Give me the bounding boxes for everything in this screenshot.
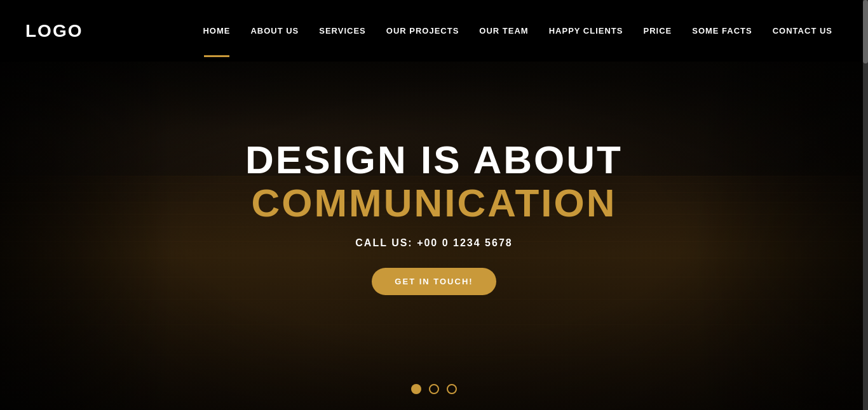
hero-section: DESIGN IS ABOUT COMMUNICATION CALL US: +… bbox=[0, 62, 868, 410]
hero-cta-button[interactable]: GET IN TOUCH! bbox=[372, 268, 496, 295]
slider-dot-2[interactable] bbox=[429, 384, 439, 394]
nav-item-home[interactable]: HOME bbox=[193, 20, 240, 42]
nav-item-team[interactable]: OUR TEAM bbox=[469, 20, 538, 42]
nav-item-clients[interactable]: HAPPY CLIENTS bbox=[539, 20, 634, 42]
slider-dot-3[interactable] bbox=[447, 384, 457, 394]
nav-link-projects[interactable]: OUR PROJECTS bbox=[376, 20, 470, 42]
nav-link-about[interactable]: ABOUT US bbox=[240, 20, 309, 42]
site-logo[interactable]: LOGO bbox=[25, 21, 83, 41]
slider-dot-1[interactable] bbox=[411, 384, 421, 394]
nav-item-projects[interactable]: OUR PROJECTS bbox=[376, 20, 470, 42]
nav-menu: HOME ABOUT US SERVICES OUR PROJECTS OUR … bbox=[193, 20, 843, 42]
navbar: LOGO HOME ABOUT US SERVICES OUR PROJECTS… bbox=[0, 0, 868, 62]
nav-item-contact[interactable]: CONTACT US bbox=[763, 20, 843, 42]
nav-link-contact[interactable]: CONTACT US bbox=[763, 20, 843, 42]
nav-link-facts[interactable]: SOME FACTS bbox=[682, 20, 763, 42]
nav-link-home[interactable]: HOME bbox=[193, 20, 240, 42]
scrollbar[interactable] bbox=[863, 0, 868, 410]
hero-title-line2: COMMUNICATION bbox=[251, 182, 616, 225]
hero-title-line1: DESIGN IS ABOUT bbox=[245, 138, 623, 182]
nav-link-price[interactable]: PRICE bbox=[633, 20, 682, 42]
nav-link-team[interactable]: OUR TEAM bbox=[469, 20, 538, 42]
nav-item-facts[interactable]: SOME FACTS bbox=[682, 20, 763, 42]
slider-dots bbox=[411, 384, 457, 394]
hero-subtitle: CALL US: +00 0 1234 5678 bbox=[355, 237, 512, 249]
nav-link-clients[interactable]: HAPPY CLIENTS bbox=[539, 20, 634, 42]
nav-item-price[interactable]: PRICE bbox=[633, 20, 682, 42]
hero-content: DESIGN IS ABOUT COMMUNICATION CALL US: +… bbox=[0, 62, 868, 410]
scrollbar-thumb[interactable] bbox=[863, 0, 868, 63]
nav-item-services[interactable]: SERVICES bbox=[309, 20, 376, 42]
nav-item-about[interactable]: ABOUT US bbox=[240, 20, 309, 42]
nav-link-services[interactable]: SERVICES bbox=[309, 20, 376, 42]
